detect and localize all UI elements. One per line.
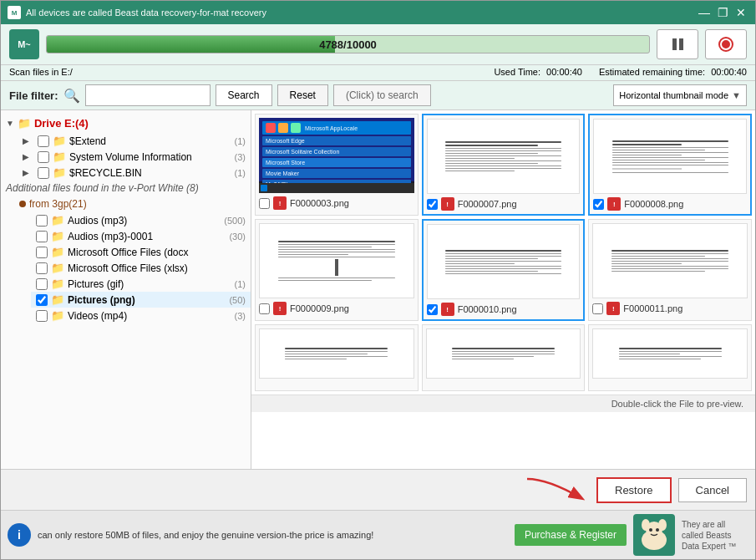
warning-icon-f0000009: ! <box>273 302 287 315</box>
dropdown-arrow-icon: ▼ <box>732 90 741 100</box>
tree-root: ▼ 📁 Drive E:(4) ▶ 📁 $Extend (1) ▶ 📁 <box>1 110 251 327</box>
pause-button[interactable] <box>657 29 698 59</box>
image-cell-f0000013[interactable] <box>422 324 586 391</box>
img-checkbox-f0000009[interactable] <box>259 303 270 314</box>
image-footer-f0000009: ! F0000009.png <box>259 302 414 315</box>
tree-item-audios-mp3-0001[interactable]: 📁 Audios (mp3)-0001 (30) <box>31 228 251 244</box>
warning-icon-f0000011: ! <box>606 302 620 315</box>
image-footer-f0000011: ! F0000011.png <box>592 302 748 315</box>
doc-thumb-f0000011 <box>592 223 748 298</box>
recycle-label: $RECYCLE.BIN <box>69 167 231 179</box>
audios-mp3-count: (500) <box>224 216 246 226</box>
stop-button[interactable] <box>705 29 747 59</box>
thumbnail-mode-label: Horizontal thumbnail mode <box>619 90 728 100</box>
extend-checkbox[interactable] <box>38 135 49 147</box>
filter-label: File filter: <box>9 89 58 102</box>
progress-text: 4788/10000 <box>319 38 377 51</box>
svi-label: System Volume Information <box>69 151 231 163</box>
image-thumb-f0000011 <box>592 223 748 298</box>
audios-mp3-folder-icon: 📁 <box>51 214 64 227</box>
image-cell-f0000007[interactable]: ! F0000007.png <box>422 114 586 216</box>
progress-bar-container: 4788/10000 <box>46 35 650 53</box>
file-tree: ▼ 📁 Drive E:(4) ▶ 📁 $Extend (1) ▶ 📁 <box>1 110 251 469</box>
tree-item-extend[interactable]: ▶ 📁 $Extend (1) <box>18 133 251 149</box>
recycle-folder-icon: 📁 <box>53 166 66 179</box>
tree-item-gif[interactable]: 📁 Pictures (gif) (1) <box>31 276 251 292</box>
image-thumb-f0000009 <box>259 223 414 298</box>
tree-item-audios-mp3[interactable]: 📁 Audios (mp3) (500) <box>31 212 251 228</box>
image-footer-f0000008: ! F0000008.png <box>593 197 747 211</box>
doc-thumb-f0000013 <box>426 328 581 379</box>
extend-label: $Extend <box>69 135 231 147</box>
image-cell-f0000003[interactable]: Microsoft AppLocale Microsoft Edge Micro… <box>255 114 419 216</box>
xlsx-checkbox[interactable] <box>36 262 48 274</box>
svi-expand-icon: ▶ <box>23 152 34 161</box>
svi-count: (3) <box>235 152 246 162</box>
img-checkbox-f0000010[interactable] <box>427 304 438 315</box>
image-cell-f0000010[interactable]: ! F0000010.png <box>422 219 586 321</box>
tree-item-svi[interactable]: ▶ 📁 System Volume Information (3) <box>18 149 251 165</box>
win-screenshot: Microsoft AppLocale Microsoft Edge Micro… <box>259 118 414 193</box>
cancel-button[interactable]: Cancel <box>678 478 747 502</box>
mp4-label: Videos (mp4) <box>68 310 231 322</box>
tree-item-mp4[interactable]: 📁 Videos (mp4) (3) <box>31 308 251 323</box>
img-checkbox-f0000008[interactable] <box>593 199 604 210</box>
minimize-button[interactable]: — <box>697 5 712 20</box>
filter-icon: 🔍 <box>63 88 80 104</box>
audios-mp3-checkbox[interactable] <box>36 215 48 227</box>
img-checkbox-f0000011[interactable] <box>592 303 603 314</box>
tree-item-png[interactable]: 📁 Pictures (png) (50) <box>31 292 251 308</box>
gif-checkbox[interactable] <box>36 278 48 290</box>
tree-item-docx[interactable]: 📁 Microsoft Office Files (docx <box>31 244 251 260</box>
recycle-checkbox[interactable] <box>38 167 49 179</box>
img-checkbox-f0000003[interactable] <box>259 198 270 209</box>
image-cell-f0000014[interactable] <box>588 324 752 391</box>
mp4-count: (3) <box>235 311 246 321</box>
recycle-expand-icon: ▶ <box>23 168 34 177</box>
audios-mp3-0001-folder-icon: 📁 <box>51 230 64 242</box>
drive-e-item[interactable]: ▼ 📁 Drive E:(4) <box>1 114 251 133</box>
svg-point-3 <box>642 519 650 531</box>
filter-bar: File filter: 🔍 Search Reset (Click) to s… <box>1 81 755 110</box>
scan-label: Scan files in E:/ <box>9 67 73 77</box>
image-cell-f0000009[interactable]: ! F0000009.png <box>255 219 419 321</box>
image-cell-f0000011[interactable]: ! F0000011.png <box>588 219 752 321</box>
search-button[interactable]: Search <box>216 84 272 106</box>
image-thumb-f0000007 <box>427 119 581 194</box>
scan-info-bar: Scan files in E:/ Used Time: 00:00:40 Es… <box>1 65 755 81</box>
img-checkbox-f0000007[interactable] <box>427 199 438 210</box>
app-icon: M <box>8 6 21 19</box>
xlsx-folder-icon: 📁 <box>51 262 64 274</box>
recycle-count: (1) <box>235 168 246 178</box>
title-bar-left: M All devices are called Beast data reco… <box>8 6 266 19</box>
png-folder-icon: 📁 <box>51 293 64 306</box>
doc-thumb-f0000010 <box>427 224 581 299</box>
docx-checkbox[interactable] <box>36 247 48 258</box>
progress-bar-fill <box>47 36 335 53</box>
purchase-button[interactable]: Purchase & Register <box>515 524 627 546</box>
warning-icon-f0000003: ! <box>273 196 287 210</box>
maximize-button[interactable]: ❐ <box>715 5 730 20</box>
close-button[interactable]: ✕ <box>733 5 748 20</box>
mp4-checkbox[interactable] <box>36 310 48 322</box>
image-thumb-f0000010 <box>427 224 581 299</box>
img-name-f0000010: F0000010.png <box>458 304 517 314</box>
filter-input[interactable] <box>85 84 211 106</box>
scan-info-right: Used Time: 00:00:40 Estimated remaining … <box>494 67 747 77</box>
image-cell-f0000012[interactable] <box>255 324 419 391</box>
image-cell-f0000008[interactable]: ! F0000008.png <box>588 114 752 216</box>
tree-item-recycle[interactable]: ▶ 📁 $RECYCLE.BIN (1) <box>18 165 251 181</box>
restore-button[interactable]: Restore <box>596 477 672 503</box>
info-icon: i <box>8 523 31 547</box>
tree-item-xlsx[interactable]: 📁 Microsoft Office Files (xlsx) <box>31 260 251 276</box>
click-to-search-button[interactable]: (Click) to search <box>333 84 431 106</box>
thumbnail-mode-dropdown[interactable]: Horizontal thumbnail mode ▼ <box>613 84 747 106</box>
type-3gp-label: from 3gp(21) <box>1 196 251 212</box>
png-checkbox[interactable] <box>36 294 48 306</box>
reset-button[interactable]: Reset <box>277 84 328 106</box>
pause-icon <box>669 36 686 53</box>
svi-checkbox[interactable] <box>38 151 49 163</box>
audios-mp3-0001-checkbox[interactable] <box>36 231 48 242</box>
win-taskbar <box>259 183 414 193</box>
warning-icon-f0000010: ! <box>441 303 454 316</box>
